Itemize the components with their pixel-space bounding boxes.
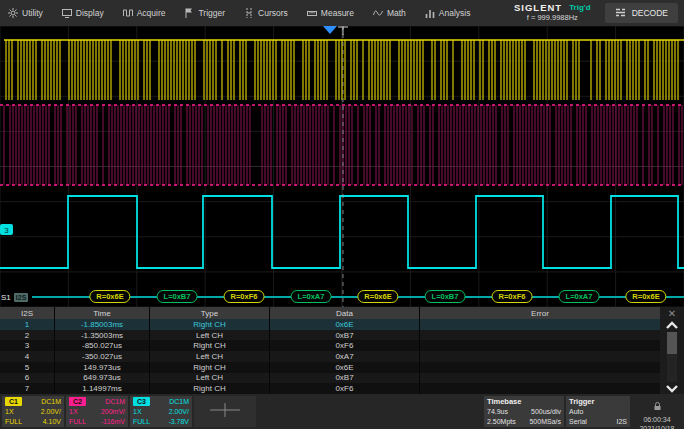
- timebase-points: 2.50Mpts: [487, 417, 516, 426]
- trigger-title: Trigger: [569, 397, 594, 406]
- menu-trigger[interactable]: Trigger: [184, 8, 225, 18]
- trigger-mode: Auto: [569, 407, 583, 416]
- decode-bus-badge: I2S: [14, 293, 29, 302]
- menu-utility[interactable]: Utility: [8, 8, 43, 18]
- svg-text:3: 3: [4, 226, 9, 235]
- timebase-scale: 500us/div: [531, 407, 561, 416]
- decode-table: I2S Time Type Data Error 1-1.85003msRigh…: [0, 307, 684, 394]
- table-row[interactable]: 5149.973usRight CH0x6E: [0, 362, 660, 373]
- trigger-flag-icon: [184, 8, 194, 18]
- crosshair-icon: [208, 402, 242, 422]
- timebase-panel[interactable]: Timebase 74.9us500us/div 2.50Mpts500MSa/…: [484, 396, 564, 427]
- chevron-down-icon[interactable]: [665, 384, 679, 394]
- decode-bus-row: S1 I2S R=0x6E L=0xB7 R=0xF6 L=0xA7 R=0x6…: [0, 290, 684, 304]
- add-channel-slot[interactable]: [194, 396, 256, 427]
- col-header-i2s: I2S: [0, 307, 55, 319]
- menu-acquire[interactable]: Acquire: [123, 8, 166, 18]
- trigger-status-badge: Trig'd: [569, 3, 590, 13]
- chevron-up-icon[interactable]: [665, 320, 679, 330]
- menu-label: Trigger: [198, 8, 225, 18]
- col-header-type: Type: [150, 307, 270, 319]
- menu-measure[interactable]: Measure: [307, 8, 354, 18]
- decode-bubble: L=0xA7: [559, 290, 600, 303]
- timebase-title: Timebase: [487, 397, 521, 406]
- lock-icon: [653, 397, 662, 415]
- math-icon: [373, 8, 383, 18]
- decode-button[interactable]: DECODE: [605, 3, 678, 23]
- menu-label: Analysis: [439, 8, 471, 18]
- menu-display[interactable]: Display: [62, 8, 104, 18]
- decode-bubble: R=0x6E: [357, 290, 398, 303]
- trigger-type: Serial: [569, 417, 587, 426]
- menu-cursors[interactable]: Cursors: [244, 8, 288, 18]
- table-row[interactable]: 3-850.027usRight CH0xF6: [0, 340, 660, 351]
- menu-math[interactable]: Math: [373, 8, 406, 18]
- trigger-bus: I2S: [616, 417, 627, 426]
- clock-date: 2021/10/18: [639, 424, 674, 429]
- table-row[interactable]: 4-350.027usLeft CH0xA7: [0, 351, 660, 362]
- close-icon[interactable]: ✕: [668, 307, 676, 320]
- waveform-display: 3: [0, 26, 684, 307]
- decode-table-header: I2S Time Type Data Error: [0, 307, 660, 319]
- channel-panel-c1[interactable]: C1DC1M 1X2.00V/ FULL4.10V: [2, 396, 64, 427]
- decode-bus-label: S1: [1, 293, 11, 302]
- col-header-data: Data: [270, 307, 420, 319]
- menu-label: Acquire: [137, 8, 166, 18]
- scrollbar-track[interactable]: [667, 332, 677, 382]
- decode-bubble: R=0x6E: [625, 290, 666, 303]
- display-icon: [62, 8, 72, 18]
- decode-bubble: R=0xF6: [492, 290, 533, 303]
- col-header-time: Time: [55, 307, 150, 319]
- menu-label: Utility: [22, 8, 43, 18]
- frequency-readout: f = 999.9988Hz: [527, 13, 578, 23]
- waveform-area[interactable]: 3 S1 I2S R=0x6E L=0xB7 R=0xF6 L=0xA7 R=0…: [0, 26, 684, 307]
- menu-label: Math: [387, 8, 406, 18]
- measure-icon: [307, 8, 317, 18]
- decode-bubble: R=0xF6: [224, 290, 265, 303]
- scrollbar-thumb[interactable]: [667, 332, 677, 354]
- status-bar: C1DC1M 1X2.00V/ FULL4.10V C2DC1M 1X200mV…: [0, 394, 684, 429]
- gear-icon: [8, 8, 18, 18]
- decode-bubble: R=0x6E: [89, 290, 130, 303]
- timebase-delay: 74.9us: [487, 407, 508, 416]
- channel-panel-c3[interactable]: C3DC1M 1X2.00V/ FULL-3.78V: [130, 396, 192, 427]
- clock-time: 06:00:34: [643, 415, 670, 424]
- clock-panel: 06:00:34 2021/10/18: [632, 396, 682, 427]
- decode-bubble: L=0xA7: [291, 290, 332, 303]
- channel-chip: C3: [133, 397, 150, 406]
- acquire-icon: [123, 8, 133, 18]
- trigger-panel[interactable]: Trigger Auto SerialI2S: [566, 396, 630, 427]
- menu-label: Measure: [321, 8, 354, 18]
- table-scrollbar: ✕: [660, 307, 684, 394]
- col-header-error: Error: [420, 307, 660, 319]
- menu-label: Cursors: [258, 8, 288, 18]
- status-block: SIGLENT Trig'd f = 999.9988Hz: [514, 3, 591, 23]
- decode-icon: [615, 8, 626, 19]
- table-row[interactable]: 2-1.35003msLeft CH0xB7: [0, 330, 660, 341]
- decode-bubble: L=0xB7: [157, 290, 198, 303]
- menu-analysis[interactable]: Analysis: [425, 8, 471, 18]
- table-row[interactable]: 1-1.85003msRight CH0x6E: [0, 319, 660, 330]
- timebase-rate: 500MSa/s: [529, 417, 561, 426]
- channel-panel-c2[interactable]: C2DC1M 1X200mV/ FULL-116mV: [66, 396, 128, 427]
- analysis-icon: [425, 8, 435, 18]
- channel-chip: C2: [69, 397, 86, 406]
- brand-logo: SIGLENT: [514, 3, 562, 13]
- channel-chip: C1: [5, 397, 22, 406]
- menu-bar: Utility Display Acquire Trigger Cursors …: [0, 0, 684, 26]
- menu-label: Display: [76, 8, 104, 18]
- cursors-icon: [244, 8, 254, 18]
- table-row[interactable]: 6649.973usLeft CH0xB7: [0, 373, 660, 384]
- table-row[interactable]: 71.14997msRight CH0xF6: [0, 383, 660, 394]
- oscilloscope-screen: Utility Display Acquire Trigger Cursors …: [0, 0, 684, 429]
- decode-bubble: L=0xB7: [425, 290, 466, 303]
